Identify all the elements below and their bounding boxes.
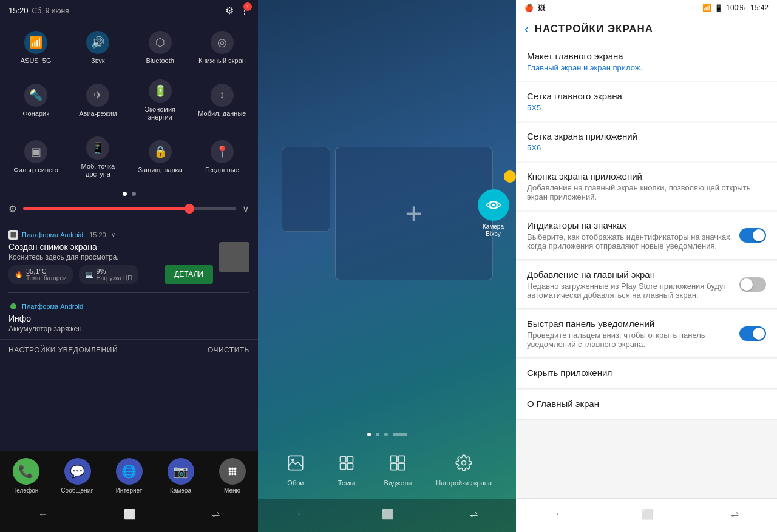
tile-reader-label: Книжный экран — [198, 57, 246, 65]
add-page-icon[interactable]: + — [405, 197, 422, 230]
fire-icon: 🔥 — [15, 271, 23, 278]
details-button[interactable]: ДЕТАЛИ — [165, 265, 213, 284]
setting-about[interactable]: О Главный экран — [516, 390, 777, 420]
bottom-app-camera[interactable]: 📷 Камера — [155, 456, 206, 496]
notif2-app-name: Платформа Android — [22, 303, 83, 310]
notif-title: Создан снимок экрана — [8, 242, 213, 252]
p3-photo-icon: 🖼 — [538, 4, 545, 12]
brightness-chevron[interactable]: ∨ — [242, 203, 249, 215]
p3-recent-nav-button[interactable]: ⇌ — [719, 506, 751, 522]
tile-wifi[interactable]: 📶 ASUS_5G — [6, 25, 66, 71]
setting-layout[interactable]: Макет главного экрана Главный экран и эк… — [516, 42, 777, 81]
svg-rect-19 — [399, 456, 405, 462]
messages-label: Сообщения — [61, 487, 93, 494]
tile-mobile-data[interactable]: ↕ Мобил. данные — [192, 73, 252, 127]
home-button[interactable]: ⬜ — [112, 505, 148, 524]
brightness-slider[interactable] — [23, 207, 236, 210]
setting-badge-icons[interactable]: Индикаторы на значках Выберите, как отоб… — [516, 212, 777, 260]
settings-icon[interactable]: ⚙ — [225, 5, 234, 16]
setting-apps-button[interactable]: Кнопка экрана приложений Добавление на г… — [516, 163, 777, 210]
tile-blue-filter[interactable]: ▣ Фильтр синего — [6, 130, 66, 184]
add-home-toggle[interactable] — [739, 277, 766, 292]
badge-icons-toggle[interactable] — [739, 228, 766, 243]
tray-themes[interactable]: Темы — [333, 450, 360, 487]
internet-icon: 🌐 — [116, 458, 143, 485]
svg-rect-0 — [11, 232, 16, 237]
tray-wallpaper[interactable]: Обои — [282, 450, 309, 487]
tile-location[interactable]: 📍 Геоданные — [192, 130, 252, 184]
p3-back-nav-button[interactable]: ← — [543, 506, 577, 522]
setting-badge-title: Индикаторы на значках — [527, 220, 733, 231]
tile-hotspot[interactable]: 📱 Моб. точка доступа — [68, 130, 127, 184]
bottom-app-phone[interactable]: 📞 Телефон — [0, 456, 52, 496]
p3-home-nav-button[interactable]: ⬜ — [629, 506, 666, 522]
bottom-app-messages[interactable]: 💬 Сообщения — [52, 456, 103, 496]
bixby-camera-icon[interactable] — [478, 189, 509, 221]
p2-dot-1 — [367, 433, 371, 436]
tile-flashlight[interactable]: 🔦 Фонарик — [6, 73, 66, 127]
messages-icon: 💬 — [64, 458, 91, 485]
divider2 — [8, 292, 249, 293]
setting-apps-grid[interactable]: Сетка экрана приложений 5X6 — [516, 123, 777, 161]
back-button[interactable]: ← — [26, 505, 60, 524]
tile-power-save[interactable]: 🔋 Экономия энергии — [131, 73, 190, 127]
camera-icon: 📷 — [168, 458, 194, 485]
setting-quick-notif-subtitle: Проведите пальцем вниз, чтобы открыть па… — [527, 331, 733, 349]
p2-home-button[interactable]: ⬜ — [370, 506, 406, 522]
p3-signal-icon: 📱 — [714, 4, 723, 12]
setting-quick-notif[interactable]: Быстрая панель уведомлений Проведите пал… — [516, 310, 777, 358]
hotspot-icon: 📱 — [86, 136, 109, 160]
overflow-icon[interactable]: ⋮ 1 — [240, 5, 249, 16]
airplane-icon: ✈ — [86, 84, 109, 107]
notif-expand-icon[interactable]: ∨ — [111, 231, 115, 238]
widgets-icon — [384, 450, 411, 476]
setting-add-home[interactable]: Добавление на главный экран Недавно загр… — [516, 261, 777, 309]
home-content: + Камера Bixby — [258, 0, 516, 426]
settings-panel: 🍎 🖼 📶 📱 100% 15:42 ‹ НАСТРОЙКИ ЭКРАНА Ма… — [516, 0, 777, 532]
p3-header: ‹ НАСТРОЙКИ ЭКРАНА — [516, 16, 777, 42]
home-card-center[interactable]: + — [335, 147, 493, 280]
home-screen-panel: + Камера Bixby — [258, 0, 516, 532]
wifi-icon: 📶 — [24, 31, 47, 54]
yellow-indicator — [504, 170, 516, 183]
recent-button[interactable]: ⇌ — [200, 505, 232, 524]
date: Сб, 9 июня — [32, 7, 69, 15]
flashlight-icon: 🔦 — [24, 84, 47, 107]
tile-reader[interactable]: ◎ Книжный экран — [192, 25, 252, 71]
internet-label: Интернет — [116, 487, 143, 494]
bluetooth-icon: ⬡ — [149, 31, 172, 54]
notification-settings-button[interactable]: НАСТРОЙКИ УВЕДОМЛЕНИЙ — [8, 346, 118, 354]
notif-time: 15:20 — [89, 231, 106, 238]
brightness-row: ⚙ ∨ — [0, 200, 258, 218]
p3-back-button[interactable]: ‹ — [524, 22, 529, 36]
p2-recent-button[interactable]: ⇌ — [458, 506, 490, 522]
bottom-app-internet[interactable]: 🌐 Интернет — [103, 456, 155, 496]
quick-tiles: 📶 ASUS_5G 🔊 Звук ⬡ Bluetooth ◎ Книжный э… — [0, 21, 258, 188]
p2-back-button[interactable]: ← — [284, 506, 318, 522]
cpu-icon: 💻 — [85, 271, 93, 278]
tile-sound[interactable]: 🔊 Звук — [68, 25, 127, 71]
tile-bluetooth[interactable]: ⬡ Bluetooth — [131, 25, 190, 71]
svg-point-7 — [228, 473, 231, 476]
notification-footer: НАСТРОЙКИ УВЕДОМЛЕНИЙ ОЧИСТИТЬ — [0, 339, 258, 360]
notification-android[interactable]: Платформа Android Инфо Аккумулятор заряж… — [0, 295, 258, 339]
home-card-left[interactable] — [282, 147, 330, 232]
secure-folder-icon: 🔒 — [149, 140, 172, 163]
bottom-app-menu[interactable]: Меню — [206, 456, 258, 496]
svg-rect-17 — [347, 463, 353, 469]
clear-notifications-button[interactable]: ОЧИСТИТЬ — [208, 346, 249, 354]
brightness-fill — [23, 207, 189, 210]
setting-hide-apps[interactable]: Скрыть приложения — [516, 359, 777, 389]
svg-rect-18 — [391, 456, 398, 462]
tray-screen-settings[interactable]: Настройки экрана — [436, 450, 492, 487]
panel2-nav: ← ⬜ ⇌ — [258, 499, 516, 532]
setting-add-home-title: Добавление на главный экран — [527, 269, 733, 280]
notification-screenshot[interactable]: Платформа Android 15:20 ∨ Создан снимок … — [0, 224, 258, 290]
quick-notif-toggle[interactable] — [739, 326, 766, 341]
setting-home-grid[interactable]: Сетка главного экрана 5X5 — [516, 82, 777, 121]
tile-airplane[interactable]: ✈ Авиа-режим — [68, 73, 127, 127]
svg-point-4 — [228, 470, 231, 473]
tray-widgets[interactable]: Виджеты — [384, 450, 412, 487]
tile-power-save-label: Экономия энергии — [133, 106, 188, 121]
tile-secure-folder[interactable]: 🔒 Защищ. папка — [131, 130, 190, 184]
